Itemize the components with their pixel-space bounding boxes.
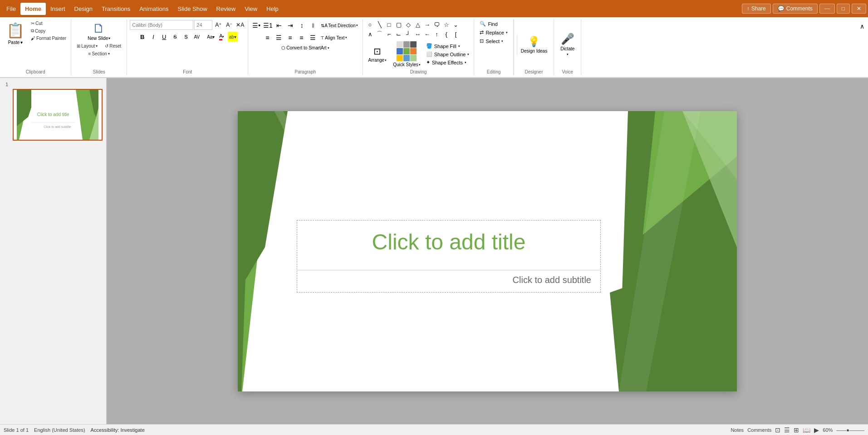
format-painter-button[interactable]: 🖌 Format Painter — [29, 35, 68, 42]
slide-subtitle[interactable]: Click to add subtitle — [297, 270, 600, 292]
menu-review[interactable]: Review — [212, 3, 240, 15]
select-button[interactable]: ⊡ Select ▾ — [477, 37, 510, 45]
maximize-button[interactable]: □ — [837, 4, 850, 14]
quick-styles-button[interactable]: Quick Styles ▾ — [391, 39, 422, 69]
layout-button[interactable]: ⊞ Layout ▾ — [74, 43, 100, 49]
reset-button[interactable]: ↺ Reset — [102, 43, 124, 49]
triangle-shape[interactable]: △ — [413, 20, 422, 29]
clear-format-button[interactable]: ✕A — [235, 20, 245, 30]
section-button[interactable]: ≡ Section ▾ — [86, 50, 113, 57]
copy-button[interactable]: ⧉ Copy — [29, 27, 68, 34]
comments-button[interactable]: 💬 Comments — [773, 4, 818, 14]
left-arrow[interactable]: ← — [423, 29, 432, 39]
close-button[interactable]: ✕ — [852, 4, 866, 14]
slide-title[interactable]: Click to add title — [297, 220, 600, 270]
align-left-button[interactable]: ≡ — [262, 32, 273, 43]
menu-design[interactable]: Design — [70, 3, 97, 15]
rect-shape[interactable]: □ — [385, 20, 394, 29]
find-button[interactable]: 🔍 Find — [477, 20, 510, 28]
shapes-more[interactable]: ⌄ — [451, 20, 461, 29]
highlight-button[interactable]: ab▾ — [228, 32, 238, 42]
charspacing-button[interactable]: AV — [192, 32, 202, 42]
comments-status-button[interactable]: Comments — [747, 427, 771, 433]
font-size-input[interactable] — [194, 20, 212, 30]
share-button[interactable]: ↑ Share — [742, 4, 771, 14]
bold-button[interactable]: B — [137, 32, 147, 42]
decrease-font-button[interactable]: A⁻ — [224, 20, 234, 30]
menu-transitions[interactable]: Transitions — [97, 3, 135, 15]
dictate-arrow[interactable]: ▾ — [567, 53, 569, 56]
menu-home[interactable]: Home — [20, 3, 46, 15]
shape-fill-button[interactable]: 🪣 Shape Fill ▾ — [424, 42, 471, 50]
right-arrow[interactable]: → — [423, 20, 432, 29]
replace-button[interactable]: ⇄ Replace ▾ — [477, 29, 510, 36]
columns-button[interactable]: ⫴ — [308, 20, 319, 31]
dictate-button[interactable]: 🎤 Dictate ▾ — [557, 31, 578, 58]
slide-text-box[interactable]: Click to add title Click to add subtitle — [297, 220, 601, 293]
new-slide-button[interactable]: 🗋 New Slide ▾ — [85, 20, 113, 42]
double-arrow[interactable]: ↔ — [413, 29, 422, 39]
line-shape[interactable]: ╲ — [375, 20, 384, 29]
numbering-button[interactable]: ☰1 — [262, 20, 273, 31]
fontcase-button[interactable]: Aa▾ — [206, 32, 216, 42]
oval-shape[interactable]: ○ — [366, 20, 375, 29]
design-ideas-button[interactable]: 💡 Design Ideas — [517, 34, 551, 55]
reading-view-button[interactable]: 📖 — [803, 426, 810, 434]
justify-button[interactable]: ≡ — [296, 32, 307, 43]
align-right-button[interactable]: ≡ — [284, 32, 295, 43]
freeform-shape[interactable]: ∧ — [366, 29, 375, 39]
font-color-arrow[interactable]: ▾ — [222, 35, 224, 39]
zoom-slider[interactable]: ——●——— — [836, 427, 864, 433]
line-spacing-button[interactable]: ↕ — [296, 20, 307, 31]
bent-connector[interactable]: ⌙ — [394, 29, 403, 39]
menu-animations[interactable]: Animations — [135, 3, 173, 15]
list-level-button[interactable]: ☰ — [307, 32, 318, 43]
increase-font-button[interactable]: A⁺ — [213, 20, 223, 30]
new-slide-arrow[interactable]: ▾ — [108, 36, 110, 40]
text-direction-button[interactable]: ⇅A Text Direction ▾ — [319, 22, 359, 29]
minimize-button[interactable]: — — [819, 4, 835, 14]
paste-dropdown-arrow[interactable]: ▾ — [20, 40, 23, 45]
shadow-button[interactable]: S — [181, 32, 191, 42]
underline-button[interactable]: U — [159, 32, 169, 42]
convert-smartart-button[interactable]: ⬡ Convert to SmartArt ▾ — [280, 44, 331, 51]
bracket-shape[interactable]: [ — [451, 29, 461, 39]
arc-shape[interactable]: ⌒ — [375, 29, 384, 39]
outline-view-button[interactable]: ☰ — [784, 426, 790, 434]
brace-shape[interactable]: { — [442, 29, 451, 39]
rounded-rect[interactable]: ▢ — [394, 20, 403, 29]
align-center-button[interactable]: ☰ — [273, 32, 284, 43]
strikethrough-button[interactable]: S — [170, 32, 180, 42]
menu-help[interactable]: Help — [262, 3, 283, 15]
menu-slideshow[interactable]: Slide Show — [173, 3, 211, 15]
cut-button[interactable]: ✂ Cut — [29, 20, 68, 27]
up-arrow[interactable]: ↑ — [432, 29, 441, 39]
elbow-connector[interactable]: ┘ — [404, 29, 413, 39]
align-text-button[interactable]: ⊤ Align Text ▾ — [319, 34, 348, 41]
italic-button[interactable]: I — [148, 32, 158, 42]
decrease-indent-button[interactable]: ⇤ — [274, 20, 284, 31]
paste-button[interactable]: 📋 Paste ▾ — [3, 20, 28, 47]
diamond-shape[interactable]: ◇ — [404, 20, 413, 29]
connector[interactable]: ⌐ — [385, 29, 394, 39]
accessibility-status[interactable]: Accessibility: Investigate — [91, 427, 145, 433]
bullets-button[interactable]: ☰• — [251, 20, 262, 31]
shape-outline-button[interactable]: ⬜ Shape Outline ▾ — [424, 50, 471, 58]
shape-effects-button[interactable]: ✦ Shape Effects ▾ — [424, 59, 471, 66]
notes-button[interactable]: Notes — [731, 427, 744, 433]
menu-view[interactable]: View — [240, 3, 262, 15]
menu-insert[interactable]: Insert — [46, 3, 70, 15]
menu-file[interactable]: File — [2, 3, 20, 15]
font-color-button[interactable]: A ▾ — [217, 32, 227, 42]
normal-view-button[interactable]: ⊡ — [775, 426, 780, 434]
slideshow-view-button[interactable]: ▶ — [814, 426, 819, 434]
star-shape[interactable]: ☆ — [442, 20, 451, 29]
slide-canvas[interactable]: Click to add title Click to add subtitle — [238, 111, 737, 391]
font-name-input[interactable] — [130, 20, 193, 30]
slide-thumbnail[interactable]: Click to add title Click to add subtitle — [13, 89, 103, 141]
collapse-ribbon-button[interactable]: ∧ — [858, 21, 866, 32]
increase-indent-button[interactable]: ⇥ — [285, 20, 296, 31]
arrange-button[interactable]: ⊡ Arrange ▾ — [366, 44, 390, 64]
slide-sorter-button[interactable]: ⊞ — [794, 426, 799, 434]
callout-shape[interactable]: 🗨 — [432, 20, 441, 29]
